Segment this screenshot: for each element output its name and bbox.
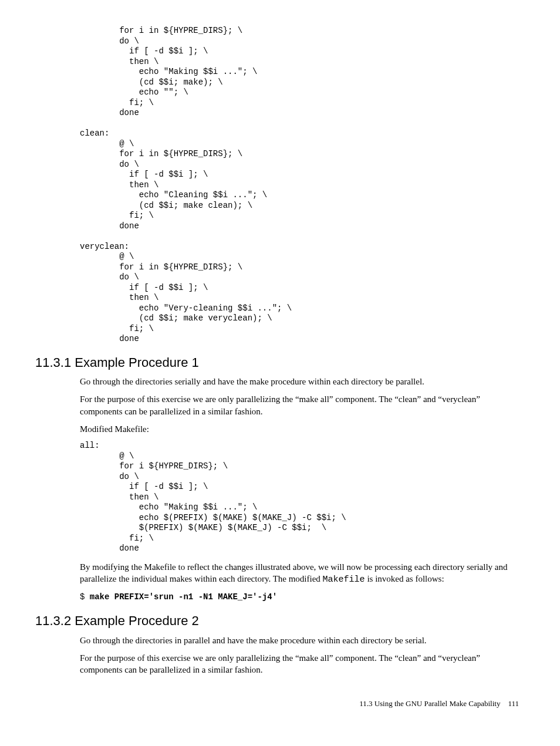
paragraph: Go through the directories in parallel a… <box>80 634 519 646</box>
code-block-makefile-top: for i in ${HYPRE_DIRS}; \ do \ if [ -d $… <box>80 26 519 345</box>
command-text: make PREFIX='srun -n1 -N1 MAKE_J='-j4' <box>90 592 277 602</box>
heading-example-procedure-1: 11.3.1 Example Procedure 1 <box>35 354 525 372</box>
paragraph: Modified Makefile: <box>80 423 519 435</box>
page-footer: 11.3 Using the GNU Parallel Make Capabil… <box>35 698 519 709</box>
paragraph: Go through the directories serially and … <box>80 376 519 387</box>
inline-code: Makefile <box>323 575 365 585</box>
command-line: $ make PREFIX='srun -n1 -N1 MAKE_J='-j4' <box>80 592 519 603</box>
paragraph: For the purpose of this exercise we are … <box>80 393 519 417</box>
paragraph: By modifying the Makefile to reflect the… <box>80 561 519 586</box>
paragraph: For the purpose of this exercise we are … <box>80 652 519 676</box>
code-block-makefile-modified: all: @ \ for i ${HYPRE_DIRS}; \ do \ if … <box>80 441 519 554</box>
heading-example-procedure-2: 11.3.2 Example Procedure 2 <box>35 612 525 630</box>
